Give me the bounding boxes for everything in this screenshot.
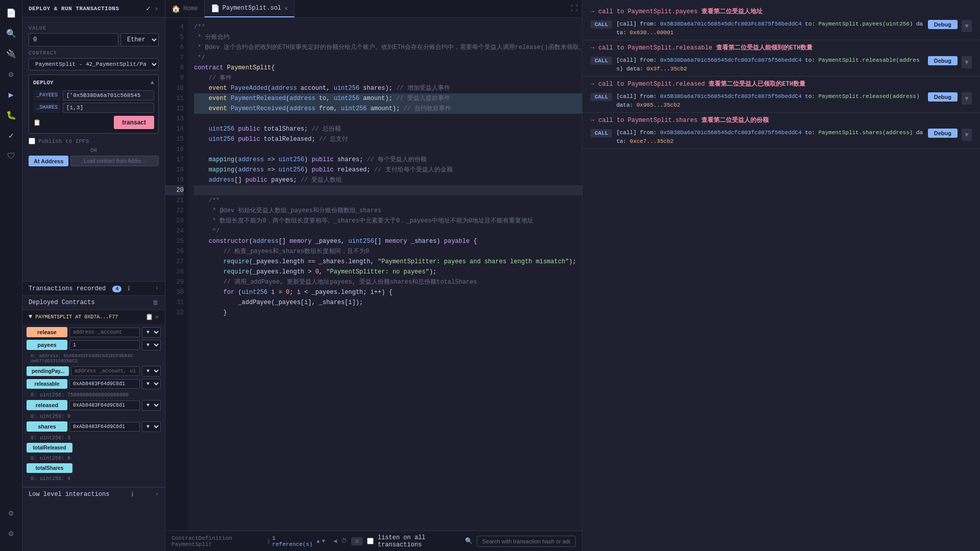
fn-select-payees[interactable]: ▼ bbox=[142, 340, 161, 350]
deploy-title: DEPLOY & RUN TRANSACTIONS bbox=[29, 6, 119, 12]
fn-btn-release[interactable]: release bbox=[27, 327, 67, 337]
tab-close-icon[interactable]: ✕ bbox=[284, 5, 288, 12]
fn-result-totalreleased: 0: uint256: 0 bbox=[27, 455, 161, 463]
clear-icon[interactable]: 🗑 bbox=[153, 299, 159, 307]
tab-paymentsplit[interactable]: 📄 PaymentSplit.sol ✕ bbox=[205, 0, 295, 17]
contract-delete-icon[interactable]: ✕ bbox=[155, 313, 159, 321]
fn-input-released[interactable] bbox=[69, 400, 140, 410]
code-line: event PayeeAdded(address account, uint25… bbox=[194, 83, 582, 93]
transact-button[interactable]: transact bbox=[114, 116, 154, 129]
value-row: Ether bbox=[29, 33, 159, 46]
editor-expand-icon[interactable]: ⛶ bbox=[571, 5, 578, 13]
fn-input-shares[interactable] bbox=[69, 422, 140, 432]
value-label: VALUE bbox=[29, 26, 159, 31]
fn-select-release[interactable]: ▼ bbox=[142, 327, 161, 338]
fn-btn-totalreleased[interactable]: totalReleased bbox=[27, 443, 72, 453]
tx-entry-released: CALL [call] from: 0x5B38Da6a701c568545dc… bbox=[582, 89, 980, 113]
tx-search-input[interactable] bbox=[477, 536, 576, 547]
call-badge-2: CALL bbox=[591, 57, 612, 65]
sidebar-icon-debug[interactable]: 🐛 bbox=[2, 106, 20, 124]
breadcrumb-collapse-icon[interactable]: ▼ bbox=[322, 538, 325, 544]
publish-checkbox[interactable] bbox=[29, 138, 35, 144]
transactions-header[interactable]: Transactions recorded 4 ℹ › bbox=[22, 281, 165, 296]
deploy-section: DEPLOY ▲ _PAYEES _SHARES 📋 transact bbox=[29, 74, 159, 134]
fn-input-payees[interactable] bbox=[69, 340, 140, 350]
breadcrumb-expand-icon[interactable]: ▲ bbox=[316, 538, 320, 544]
fn-btn-shares[interactable]: shares bbox=[27, 421, 67, 432]
fn-select-releasable[interactable]: ▼ bbox=[142, 379, 161, 389]
low-level-expand-icon[interactable]: › bbox=[155, 491, 159, 498]
shares-input[interactable] bbox=[63, 103, 154, 113]
publish-label: Publish to IPFS bbox=[38, 138, 89, 144]
code-line: uint256 public totalShares; // 总份额 bbox=[194, 124, 582, 134]
transactions-chevron[interactable]: › bbox=[155, 285, 159, 292]
value-input[interactable] bbox=[29, 33, 118, 46]
tx-content-3: [call] from: 0x5B38Da6a701c568545dcfc803… bbox=[616, 92, 923, 109]
debug-btn-4[interactable]: Debug bbox=[928, 129, 958, 138]
listen-checkbox[interactable] bbox=[367, 538, 374, 544]
debug-btn-2[interactable]: Debug bbox=[928, 56, 958, 65]
listen-row: ◀ ⏱ 0 listen on all transactions 🔍 bbox=[333, 534, 576, 548]
check-icon[interactable]: ✓ bbox=[146, 4, 150, 13]
contract-item-header[interactable]: ▼ PAYMENTSPLIT AT 0XD7A...F77 📋 ✕ bbox=[22, 310, 165, 324]
load-contract-button[interactable]: Load contract from Addre... bbox=[70, 156, 159, 166]
back-icon[interactable]: ◀ bbox=[333, 537, 337, 545]
deploy-collapse-icon[interactable]: ▲ bbox=[151, 79, 154, 86]
code-line: * 数组长度不能为0，两个数组长度要相等。_shares中元素要大于0，_pay… bbox=[194, 216, 582, 226]
fn-result-shares: 0: uint256: 3 bbox=[27, 434, 161, 443]
fn-select-shares[interactable]: ▼ bbox=[142, 421, 161, 432]
fn-select-released[interactable]: ▼ bbox=[142, 400, 161, 411]
code-content[interactable]: /** * 分账合约 * @dev 这个合约会把收到的ETH按事先定好的份额分给… bbox=[188, 18, 582, 531]
sidebar-icon-settings[interactable]: ⚙ bbox=[2, 504, 20, 522]
fn-btn-totalshares[interactable]: totalShares bbox=[27, 463, 72, 473]
right-panel: → call to PaymentSplit.payees 查看第二位受益人地址… bbox=[582, 0, 980, 551]
code-line: // 事件 bbox=[194, 73, 582, 83]
fn-input-pendingpay[interactable] bbox=[71, 366, 140, 376]
fn-btn-released[interactable]: released bbox=[27, 400, 67, 410]
sidebar-icon-verify[interactable]: 🛡 bbox=[2, 147, 20, 165]
contract-name: PAYMENTSPLIT AT 0XD7A...F77 bbox=[35, 314, 142, 320]
debug-expand-3[interactable]: ▼ bbox=[962, 92, 972, 105]
code-line: /** bbox=[194, 195, 582, 206]
fn-row-totalshares: totalShares bbox=[27, 463, 161, 473]
code-line: * @dev 这个合约会把收到的ETH按事先定好的份额分给几个账户。收到ETH会… bbox=[194, 42, 582, 53]
debug-expand-1[interactable]: ▼ bbox=[962, 20, 972, 32]
debug-btn-3[interactable]: Debug bbox=[928, 92, 958, 102]
transactions-title: Transactions recorded bbox=[29, 285, 106, 292]
fn-btn-pendingpay[interactable]: pendingPay... bbox=[27, 366, 69, 376]
payees-row: _PAYEES bbox=[33, 90, 154, 101]
fn-btn-payees[interactable]: payees bbox=[27, 340, 67, 350]
ether-select[interactable]: Ether bbox=[120, 33, 159, 46]
code-editor: 45678 910111213 1415161718 1920 21222324… bbox=[165, 18, 582, 531]
contract-select[interactable]: PaymentSplit - 42_PaymentSplit/Pay... bbox=[29, 58, 159, 70]
sidebar-icon-search[interactable]: 🔍 bbox=[2, 24, 20, 43]
sidebar-icon-bottom-settings[interactable]: ⚙ bbox=[2, 524, 20, 543]
deployed-title: Deployed Contracts bbox=[29, 299, 95, 306]
payees-input[interactable] bbox=[63, 90, 154, 101]
line-numbers: 45678 910111213 1415161718 1920 21222324… bbox=[165, 18, 188, 531]
copy-icon[interactable]: 📋 bbox=[33, 119, 41, 127]
fn-input-release[interactable] bbox=[69, 328, 140, 337]
code-line bbox=[194, 114, 582, 124]
fn-input-releasable[interactable] bbox=[69, 379, 140, 389]
tab-home[interactable]: 🏠 Home bbox=[165, 0, 205, 17]
contract-copy-icon[interactable]: 📋 bbox=[145, 313, 153, 321]
fn-row-payees: payees ▼ bbox=[27, 340, 161, 350]
fn-result-totalshares: 0: uint256: 4 bbox=[27, 475, 161, 484]
debug-expand-4[interactable]: ▼ bbox=[962, 129, 972, 141]
tab-home-label: Home bbox=[183, 5, 198, 12]
fn-btn-releasable[interactable]: releasable bbox=[27, 379, 67, 389]
fn-select-pendingpay[interactable]: ▼ bbox=[142, 366, 161, 377]
call-badge-4: CALL bbox=[591, 129, 612, 137]
sidebar-icon-deploy[interactable]: ▶ bbox=[2, 86, 20, 104]
chevron-right-icon[interactable]: › bbox=[155, 5, 159, 13]
debug-btn-1[interactable]: Debug bbox=[928, 20, 958, 29]
code-line: /** bbox=[194, 22, 582, 32]
tx-entry-payees: CALL [call] from: 0x5B38Da6a701c568545dc… bbox=[582, 17, 980, 40]
sidebar-icon-plugin[interactable]: 🔌 bbox=[2, 45, 20, 63]
sidebar-icon-file[interactable]: 📄 bbox=[2, 4, 20, 22]
sidebar-icon-compile[interactable]: ⚙ bbox=[2, 65, 20, 84]
debug-expand-2[interactable]: ▼ bbox=[962, 56, 972, 68]
sidebar-icon-test[interactable]: ✓ bbox=[2, 127, 20, 145]
at-address-button[interactable]: At Address bbox=[29, 156, 68, 166]
